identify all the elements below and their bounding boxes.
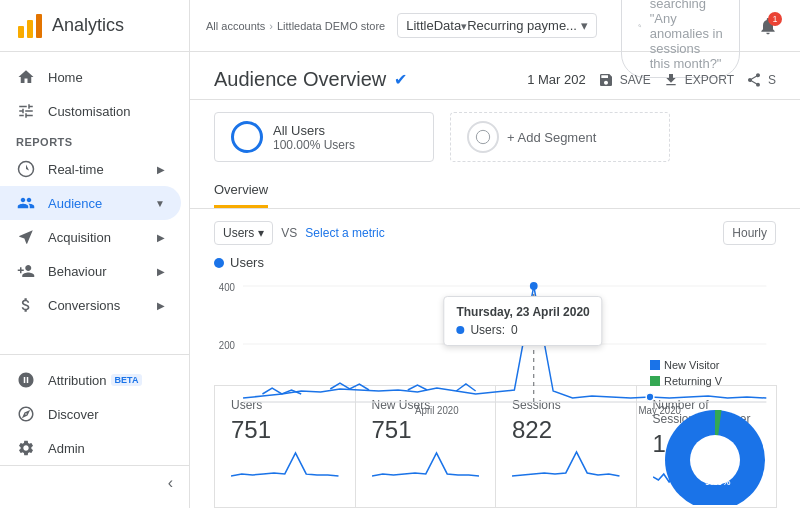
share-label: S	[768, 73, 776, 87]
acquisition-icon	[16, 228, 36, 246]
date-range: 1 Mar 202	[527, 72, 586, 87]
sidebar-item-audience[interactable]: Audience ▼	[0, 186, 181, 220]
pie-legend: New Visitor Returning V	[650, 355, 800, 395]
admin-label: Admin	[48, 441, 85, 456]
returning-legend-color	[650, 376, 660, 386]
vs-text: VS	[281, 226, 297, 240]
notification-badge: 1	[768, 12, 782, 26]
attribution-icon	[16, 371, 36, 389]
svg-rect-2	[36, 14, 42, 38]
tooltip-metric-label: Users:	[470, 323, 505, 337]
pie-chart-area: New Visitor Returning V 97.9%	[650, 355, 800, 508]
conversions-expand-icon: ▶	[157, 300, 165, 311]
save-button[interactable]: SAVE	[598, 72, 651, 88]
topbar-actions: 1	[752, 10, 784, 42]
tooltip-dot-icon	[456, 326, 464, 334]
account-selector[interactable]: LittleData▾Recurring payme... ▾	[397, 13, 597, 38]
new-visitor-legend-color	[650, 360, 660, 370]
breadcrumb: All accounts › Littledata DEMO store	[206, 20, 385, 32]
sidebar-item-attribution[interactable]: Attribution BETA	[0, 363, 181, 397]
all-users-segment[interactable]: All Users 100.00% Users	[214, 112, 434, 162]
chart-controls: Users ▾ VS Select a metric Hourly	[214, 221, 776, 245]
export-icon	[663, 72, 679, 88]
stat-sessions-value: 822	[512, 416, 620, 444]
segment-info: All Users 100.00% Users	[273, 123, 355, 152]
segment-row: All Users 100.00% Users + Add Segment	[190, 100, 800, 174]
breadcrumb-account: All accounts	[206, 20, 265, 32]
acquisition-expand-icon: ▶	[157, 232, 165, 243]
analytics-logo	[16, 12, 44, 40]
verified-icon: ✔	[394, 70, 407, 89]
tab-overview[interactable]: Overview	[214, 174, 268, 208]
notification-button[interactable]: 1	[752, 10, 784, 42]
sidebar-item-conversions[interactable]: Conversions ▶	[0, 288, 181, 322]
realtime-expand-icon: ▶	[157, 164, 165, 175]
behaviour-icon	[16, 262, 36, 280]
app-container: Analytics Home Customisation REPORTS	[0, 0, 800, 508]
home-icon	[16, 68, 36, 86]
customisation-label: Customisation	[48, 104, 130, 119]
conversions-label: Conversions	[48, 298, 120, 313]
chart-legend: Users	[214, 255, 776, 270]
add-segment-button[interactable]: + Add Segment	[450, 112, 670, 162]
account-dropdown-icon: ▾	[581, 18, 588, 33]
segment-percent: 100.00% Users	[273, 138, 355, 152]
metric-dropdown[interactable]: Users ▾	[214, 221, 273, 245]
hourly-button[interactable]: Hourly	[723, 221, 776, 245]
acquisition-label: Acquisition	[48, 230, 111, 245]
behaviour-expand-icon: ▶	[157, 266, 165, 277]
sidebar-item-realtime[interactable]: Real-time ▶	[0, 152, 181, 186]
stat-new-users-value: 751	[372, 416, 480, 444]
svg-text:97.9%: 97.9%	[705, 477, 731, 487]
attribution-label: Attribution	[48, 373, 107, 388]
breadcrumb-separator: ›	[269, 20, 273, 32]
stat-sessions-sparkline	[512, 448, 620, 478]
svg-rect-0	[18, 26, 24, 38]
sidebar-header: Analytics	[0, 0, 189, 52]
svg-rect-1	[27, 20, 33, 38]
sidebar-item-customisation[interactable]: Customisation	[0, 94, 181, 128]
select-metric-button[interactable]: Select a metric	[305, 226, 384, 240]
segment-circle-icon	[231, 121, 263, 153]
audience-expand-icon: ▼	[155, 198, 165, 209]
pie-svg: 97.9%	[650, 395, 780, 505]
sidebar-item-home[interactable]: Home	[0, 60, 181, 94]
stat-new-users-sparkline	[372, 448, 480, 478]
tooltip-metric-value: 0	[511, 323, 518, 337]
segment-name: All Users	[273, 123, 355, 138]
account-name: LittleData▾Recurring payme...	[406, 18, 577, 33]
discover-icon	[16, 405, 36, 423]
sidebar-item-behaviour[interactable]: Behaviour ▶	[0, 254, 181, 288]
sidebar-item-admin[interactable]: Admin	[0, 431, 181, 465]
tooltip-title: Thursday, 23 April 2020	[456, 305, 589, 319]
pie-legend-returning: Returning V	[650, 375, 800, 387]
admin-icon	[16, 439, 36, 457]
discover-label: Discover	[48, 407, 99, 422]
svg-text:April 2020: April 2020	[415, 405, 459, 416]
share-button[interactable]: S	[746, 72, 776, 88]
customisation-icon	[16, 102, 36, 120]
sidebar-nav: Home Customisation REPORTS Real-time ▶	[0, 52, 189, 354]
sidebar-collapse-button[interactable]: ‹	[0, 465, 189, 500]
export-label: EXPORT	[685, 73, 734, 87]
new-visitor-legend-label: New Visitor	[664, 359, 719, 371]
metric-dropdown-icon: ▾	[258, 226, 264, 240]
sidebar-item-acquisition[interactable]: Acquisition ▶	[0, 220, 181, 254]
save-label: SAVE	[620, 73, 651, 87]
svg-text:400: 400	[219, 282, 236, 293]
sidebar-item-discover[interactable]: Discover	[0, 397, 181, 431]
conversions-icon	[16, 296, 36, 314]
search-icon	[638, 18, 642, 34]
sidebar: Analytics Home Customisation REPORTS	[0, 0, 190, 508]
save-icon	[598, 72, 614, 88]
sidebar-bottom: Attribution BETA Discover Admin ‹	[0, 354, 189, 508]
realtime-label: Real-time	[48, 162, 104, 177]
metric-label: Users	[223, 226, 254, 240]
home-label: Home	[48, 70, 83, 85]
breadcrumb-store: Littledata DEMO store	[277, 20, 385, 32]
stat-users-value: 751	[231, 416, 339, 444]
export-button[interactable]: EXPORT	[663, 72, 734, 88]
legend-label: Users	[230, 255, 264, 270]
tab-row: Overview	[190, 174, 800, 209]
reports-section-label: REPORTS	[0, 128, 189, 152]
